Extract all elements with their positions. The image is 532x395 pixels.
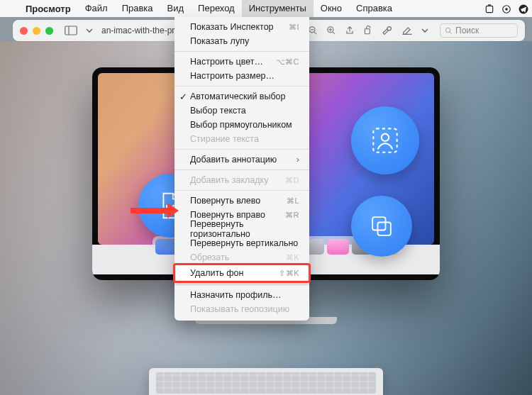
app-name[interactable]: Просмотр [18, 4, 78, 14]
menu-item-label: Настроить размер… [190, 71, 275, 81]
menu-tools[interactable]: Инструменты [242, 0, 314, 17]
window-minimize-button[interactable] [33, 27, 40, 35]
menu-item[interactable]: Настроить цвет…⌥⌘C [174, 55, 309, 69]
svg-line-7 [314, 32, 317, 35]
share-icon[interactable] [340, 26, 359, 35]
window-zoom-button[interactable] [45, 27, 53, 35]
menu-item[interactable]: Удалить фон⇧⌘K [174, 265, 309, 282]
menu-item-shortcut: ⇧⌘K [279, 269, 299, 278]
svg-rect-22 [378, 223, 391, 235]
menu-item[interactable]: Выбор прямоугольником [174, 118, 309, 132]
svg-rect-13 [365, 29, 370, 34]
menu-item[interactable]: Добавить аннотацию› [174, 152, 309, 167]
feature-smart-select-icon [351, 106, 419, 174]
menu-item[interactable]: Повернуть влево⌘L [174, 194, 309, 208]
svg-point-14 [387, 27, 391, 30]
menu-item: Обрезать⌘K [174, 250, 309, 265]
menu-item-label: Автоматический выбор [190, 91, 286, 101]
search-field[interactable]: Поиск [440, 23, 518, 38]
menu-item-shortcut: ⌘L [287, 196, 299, 206]
macos-menubar: Просмотр Файл Правка Вид Переход Инструм… [0, 0, 532, 17]
check-icon: ✓ [179, 91, 187, 102]
menu-item-label: Перевернуть вертикально [190, 238, 298, 248]
menu-item[interactable]: ✓Автоматический выбор [174, 89, 309, 104]
svg-line-10 [333, 32, 336, 35]
markup-icon[interactable] [377, 26, 397, 35]
menu-item-label: Удалить фон [190, 268, 243, 278]
menu-item-shortcut: ⌘D [285, 176, 299, 185]
svg-line-17 [450, 31, 452, 33]
submenu-chevron-icon: › [297, 155, 299, 165]
menu-item-label: Стирание текста [190, 134, 259, 144]
menu-item-label: Добавить аннотацию [190, 155, 277, 165]
menu-item-shortcut: ⌘R [285, 211, 299, 220]
highlight-icon[interactable] [397, 26, 417, 35]
menu-item-shortcut: ⌘I [289, 23, 299, 32]
menu-item-label: Назначить профиль… [190, 290, 282, 300]
menu-item-label: Показывать геопозицию [190, 304, 289, 314]
sidebar-toggle-icon[interactable] [60, 26, 82, 35]
menu-window[interactable]: Окно [314, 0, 349, 17]
menu-item: Показывать геопозицию [174, 302, 309, 316]
menu-view[interactable]: Вид [160, 0, 192, 17]
svg-point-2 [505, 8, 508, 11]
window-close-button[interactable] [20, 27, 28, 35]
menu-item-label: Настроить цвет… [190, 57, 263, 67]
menu-item[interactable]: Перевернуть вертикально [174, 236, 309, 250]
toolbar-chevron-down-icon-2[interactable] [417, 27, 433, 34]
status-telegram-icon[interactable] [515, 3, 532, 14]
menu-item-label: Повернуть вправо [190, 210, 265, 220]
menu-item[interactable]: Выбор текста [174, 104, 309, 118]
rotate-icon[interactable] [359, 26, 377, 35]
menu-edit[interactable]: Правка [115, 0, 160, 17]
callout-arrow [131, 203, 179, 218]
keyboard-illustration [149, 368, 383, 395]
menu-item[interactable]: Перевернуть горизонтально [174, 222, 309, 236]
menu-file[interactable]: Файл [78, 0, 115, 17]
menu-item: Стирание текста [174, 132, 309, 146]
menu-item-label: Показать Инспектор [190, 22, 274, 32]
menu-item-shortcut: ⌥⌘C [276, 57, 299, 67]
menu-item[interactable]: Показать лупу [174, 34, 309, 48]
zoom-in-icon[interactable] [322, 26, 340, 35]
menu-item-label: Повернуть влево [190, 196, 260, 206]
toolbar-chevron-down-icon[interactable] [82, 27, 97, 34]
window-controls [13, 27, 60, 35]
menu-item-label: Выбор текста [190, 106, 246, 116]
menu-item-label: Добавить закладку [190, 175, 268, 185]
menu-go[interactable]: Переход [191, 0, 242, 17]
svg-rect-0 [486, 6, 492, 12]
menu-item[interactable]: Назначить профиль… [174, 288, 309, 302]
status-extension-icon[interactable] [481, 3, 498, 14]
menu-item-label: Выбор прямоугольником [190, 120, 292, 130]
svg-rect-21 [372, 217, 385, 230]
menu-item-label: Обрезать [190, 252, 229, 262]
menu-item-shortcut: ⌘K [286, 253, 299, 262]
menu-item: Добавить закладку⌘D [174, 173, 309, 187]
menu-item[interactable]: Настроить размер… [174, 69, 309, 83]
search-placeholder: Поиск [455, 26, 479, 35]
svg-rect-4 [65, 26, 77, 35]
search-icon [445, 27, 453, 35]
menu-help[interactable]: Справка [349, 0, 399, 17]
menu-item[interactable]: Показать Инспектор⌘I [174, 20, 309, 34]
feature-copy-icon [351, 196, 412, 257]
menu-item-label: Показать лупу [190, 36, 249, 46]
status-circle-icon[interactable] [498, 3, 515, 14]
svg-point-16 [445, 28, 450, 32]
tools-dropdown-menu: Показать Инспектор⌘IПоказать лупуНастрои… [174, 17, 309, 321]
svg-point-20 [382, 134, 389, 141]
